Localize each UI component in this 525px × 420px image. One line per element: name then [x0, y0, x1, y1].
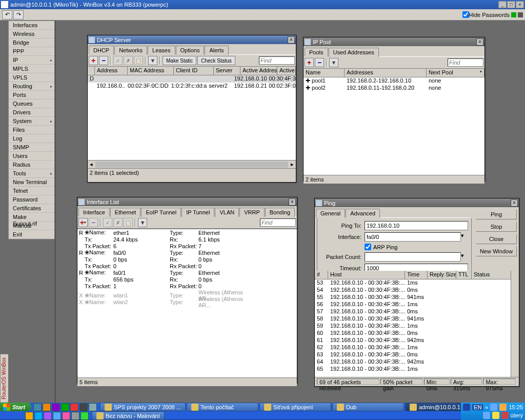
nav-item-radius[interactable]: Radius: [9, 161, 54, 169]
tab-ethernet[interactable]: Ethernet: [110, 208, 141, 217]
dhcp-hscroll[interactable]: ◂▸: [88, 160, 296, 168]
dhcp-row[interactable]: D192.168.0.1000:30:4F:3: [88, 75, 296, 83]
nav-item-routing[interactable]: Routing: [9, 82, 54, 91]
ql-icon[interactable]: [44, 412, 52, 420]
ql-icon[interactable]: [53, 412, 61, 420]
ql-icon[interactable]: [71, 412, 79, 420]
ping-row[interactable]: 57192.168.0.10 - 00:30:4F:3B:...0ms: [315, 308, 519, 315]
ping-row[interactable]: 59192.168.0.10 - 00:30:4F:3B:...1ms: [315, 323, 519, 330]
nav-item-interfaces[interactable]: Interfaces: [9, 21, 54, 30]
iflist-item[interactable]: R❀Name:fa0/1Type:Ethernet: [77, 269, 297, 276]
col-server[interactable]: Server: [214, 67, 240, 75]
iflist-remove-button[interactable]: −: [89, 218, 98, 227]
undo-button[interactable]: ↶: [2, 10, 12, 19]
interface-dropdown[interactable]: ▾: [461, 232, 468, 242]
iflist-item[interactable]: R❀Name:fa0/0Type:Ethernet: [77, 249, 297, 256]
app-close-button[interactable]: ×: [516, 1, 524, 8]
ping-row[interactable]: 53192.168.0.10 - 00:30:4F:3B:...1ms: [315, 279, 519, 287]
ql-icon[interactable]: [80, 412, 89, 420]
ql-icon[interactable]: [70, 403, 78, 411]
dhcp-find-input[interactable]: [259, 56, 295, 65]
pkt-dropdown[interactable]: ▾: [461, 252, 468, 262]
dhcp-table[interactable]: Address MAC Address Client ID Server Act…: [88, 67, 296, 168]
ping-table[interactable]: # Host Time Reply Size TTL Status 53192.…: [315, 271, 519, 377]
ql-icon[interactable]: [43, 403, 51, 411]
tab-pools[interactable]: Pools: [305, 48, 328, 57]
packet-count-input[interactable]: [365, 252, 461, 262]
task-button[interactable]: Tento počítač: [187, 403, 258, 411]
tab-leases[interactable]: Leases: [148, 46, 175, 55]
nav-item-exit[interactable]: Exit: [9, 230, 54, 239]
ping-vscroll[interactable]: [511, 271, 519, 377]
iflist-filter-button[interactable]: ▼: [138, 218, 147, 227]
pool-table[interactable]: Name Addresses Next Pool ✚ pool1192.168.…: [304, 69, 484, 175]
pool-close-button[interactable]: ×: [476, 38, 483, 46]
iflist-titlebar[interactable]: Interface List ×: [77, 197, 297, 206]
ping-row[interactable]: 62192.168.0.10 - 00:30:4F:3B:...1ms: [315, 344, 519, 351]
enable-button[interactable]: ✓: [113, 56, 123, 65]
tab-ip-tunnel[interactable]: IP Tunnel: [181, 208, 214, 217]
pool-filter-button[interactable]: ▼: [329, 58, 338, 67]
task-button[interactable]: Síťová připojení: [259, 403, 331, 411]
pool-row[interactable]: ✚ pool1192.168.0.2-192.168.0.10none: [304, 77, 484, 85]
make-static-button[interactable]: Make Static: [163, 56, 196, 65]
nav-item-tools[interactable]: Tools: [9, 169, 54, 178]
nav-item-manual[interactable]: Manual: [9, 222, 54, 230]
ql-icon[interactable]: [33, 403, 42, 411]
nav-item-ports[interactable]: Ports: [9, 91, 54, 99]
add-button[interactable]: +: [89, 56, 98, 65]
side-tab[interactable]: RouterOS WinBox: [0, 354, 8, 403]
tab-bonding[interactable]: Bonding: [265, 208, 295, 217]
tab-alerts[interactable]: Alerts: [205, 46, 228, 55]
iflist-body[interactable]: R❀Name:ether1Type:EthernetTx:24.4 kbpsRx…: [77, 229, 297, 377]
tray-lang-icon[interactable]: [463, 404, 470, 411]
tab-used-addresses[interactable]: Used Addresses: [329, 48, 379, 57]
ping-button[interactable]: Ping: [476, 209, 517, 219]
pool-titlebar[interactable]: IP Pool ×: [304, 37, 484, 46]
col-addresses[interactable]: Addresses: [345, 69, 427, 77]
ping-row[interactable]: 63192.168.0.10 - 00:30:4F:3B:...0ms: [315, 351, 519, 358]
pool-add-button[interactable]: +: [305, 58, 314, 67]
ql-icon[interactable]: [89, 403, 97, 411]
iflist-add-button[interactable]: +▾: [78, 218, 88, 227]
ping-row[interactable]: 60192.168.0.10 - 00:30:4F:3B:...0ms: [315, 330, 519, 337]
tab-networks[interactable]: Networks: [114, 46, 147, 55]
ping-row[interactable]: 56192.168.0.10 - 00:30:4F:3B:...1ms: [315, 301, 519, 308]
hide-passwords-checkbox[interactable]: Hide Passwords: [462, 11, 510, 18]
col-nextpool[interactable]: Next Pool: [427, 69, 484, 77]
pool-find-input[interactable]: [448, 58, 483, 67]
close-button[interactable]: Close: [476, 234, 517, 244]
iflist-item[interactable]: X❀Name:wlan1Type:Wireless (Atheros AR...: [77, 289, 297, 296]
col-host[interactable]: Host: [328, 271, 405, 279]
task-button[interactable]: SPS projekty 2007 2008 ...: [100, 403, 186, 411]
remove-button[interactable]: −: [99, 56, 108, 65]
tray-icon[interactable]: [499, 404, 507, 411]
nav-item-bridge[interactable]: Bridge: [9, 38, 54, 47]
ping-close-button[interactable]: ×: [511, 199, 518, 207]
ping-titlebar[interactable]: Ping ×: [315, 198, 519, 207]
system-tray[interactable]: EN « 15:25 úterý: [461, 403, 525, 420]
tray-icon[interactable]: [490, 404, 497, 411]
ql-icon[interactable]: [52, 403, 60, 411]
tray-icon[interactable]: [483, 412, 490, 419]
ping-to-input[interactable]: [365, 221, 468, 230]
col-time[interactable]: Time: [405, 271, 428, 279]
arp-ping-checkbox[interactable]: [365, 244, 371, 250]
dhcp-close-button[interactable]: ×: [288, 36, 295, 44]
dhcp-titlebar[interactable]: DHCP Server ×: [88, 35, 296, 44]
task-button[interactable]: Dub: [332, 403, 404, 411]
col-address[interactable]: Address: [95, 67, 128, 75]
ql-icon[interactable]: [34, 412, 43, 420]
nav-item-ppp[interactable]: PPP: [9, 47, 54, 56]
ping-row[interactable]: 58192.168.0.10 - 00:30:4F:3B:...941ms: [315, 315, 519, 323]
col-replysize[interactable]: Reply Size: [428, 271, 456, 279]
nav-item-new-terminal[interactable]: New Terminal: [9, 178, 54, 187]
iflist-item[interactable]: R❀Name:ether1Type:Ethernet: [77, 229, 297, 236]
task-button[interactable]: Bez názvu - Malování: [92, 411, 165, 420]
nav-item-mpls[interactable]: MPLS: [9, 65, 54, 73]
nav-item-telnet[interactable]: Telnet: [9, 187, 54, 195]
nav-item-system[interactable]: System: [9, 117, 54, 126]
ping-row[interactable]: 54192.168.0.10 - 00:30:4F:3B:...0ms: [315, 287, 519, 294]
nav-item-log[interactable]: Log: [9, 134, 54, 143]
tray-icon[interactable]: [501, 412, 509, 419]
